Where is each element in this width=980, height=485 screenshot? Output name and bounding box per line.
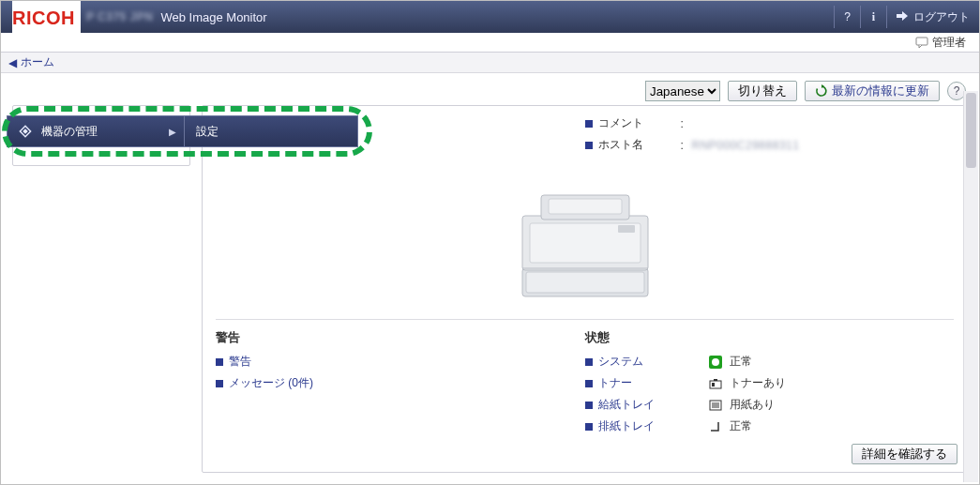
comment-label: コメント bbox=[598, 115, 681, 131]
vertical-scrollbar[interactable] bbox=[963, 91, 978, 482]
logout-label: ログアウト bbox=[913, 9, 970, 25]
language-select[interactable]: Japanese bbox=[645, 81, 720, 101]
comment-icon bbox=[915, 37, 928, 48]
toner-icon bbox=[707, 376, 724, 391]
svg-rect-12 bbox=[712, 383, 715, 386]
refresh-button[interactable]: 最新の情報に更新 bbox=[805, 81, 940, 101]
nav-sub-label: 設定 bbox=[196, 124, 219, 140]
svg-rect-6 bbox=[549, 199, 622, 214]
bullet-icon bbox=[216, 380, 223, 387]
host-label: ホスト名 bbox=[598, 137, 681, 153]
host-value: RNP000C29888311 bbox=[692, 139, 800, 152]
refresh-icon bbox=[815, 84, 828, 98]
printer-image-area bbox=[203, 159, 967, 319]
svg-rect-0 bbox=[916, 38, 927, 45]
nav-settings[interactable]: 設定 bbox=[185, 115, 358, 147]
help-icon: ? bbox=[844, 10, 851, 23]
nav-menu-overlay: 機器の管理 ▶ 設定 bbox=[7, 115, 358, 147]
ok-green-icon bbox=[707, 355, 724, 370]
logout-icon bbox=[895, 10, 908, 24]
status-link[interactable]: システム bbox=[598, 354, 643, 370]
bullet-icon bbox=[585, 142, 593, 149]
status-link[interactable]: 給紙トレイ bbox=[598, 397, 655, 413]
alerts-link[interactable]: 警告 bbox=[229, 354, 251, 370]
svg-rect-2 bbox=[526, 272, 644, 293]
bullet-icon bbox=[585, 120, 593, 128]
svg-point-10 bbox=[712, 358, 719, 366]
toolbar: Japanese 切り替え 最新の情報に更新 ? bbox=[1, 73, 979, 105]
nav-item-label: 機器の管理 bbox=[41, 124, 98, 140]
question-icon: ? bbox=[954, 84, 960, 98]
role-label: 管理者 bbox=[932, 35, 966, 51]
chevron-left-icon: ◀ bbox=[8, 56, 17, 69]
scrollbar-thumb[interactable] bbox=[966, 93, 976, 168]
app-name: Web Image Monitor bbox=[160, 10, 266, 24]
sidebar bbox=[12, 105, 190, 473]
help-button[interactable]: ? bbox=[834, 6, 860, 28]
brand-logo: RICOH bbox=[12, 1, 81, 33]
bullet-icon bbox=[585, 380, 593, 387]
svg-rect-11 bbox=[710, 381, 721, 388]
app-window: RICOH P C375 JPN Web Image Monitor ? i ロ… bbox=[0, 0, 980, 485]
body: ■■■■■■■■■■ コメント : ホスト名 : RNP000C2988831 bbox=[1, 105, 979, 484]
info-icon: i bbox=[872, 10, 875, 24]
output-icon bbox=[707, 419, 724, 434]
bullet-icon bbox=[585, 423, 593, 431]
main-panel: ■■■■■■■■■■ コメント : ホスト名 : RNP000C2988831 bbox=[202, 105, 968, 473]
status-column: 状態 システム正常トナートナーあり給紙トレイ用紙あり排紙トレイ正常 bbox=[585, 329, 955, 434]
bullet-icon bbox=[585, 358, 593, 366]
messages-link[interactable]: メッセージ (0件) bbox=[229, 375, 313, 391]
detail-button[interactable]: 詳細を確認する bbox=[852, 444, 957, 464]
status-text: 正常 bbox=[730, 418, 955, 434]
breadcrumb-home[interactable]: ホーム bbox=[21, 54, 54, 70]
switch-button[interactable]: 切り替え bbox=[728, 81, 797, 101]
status-text: トナーあり bbox=[730, 375, 955, 391]
nav-device-management[interactable]: 機器の管理 ▶ bbox=[7, 115, 185, 147]
alerts-column: 警告 警告 メッセージ (0件) bbox=[216, 329, 585, 434]
svg-rect-7 bbox=[618, 225, 635, 233]
status-text: 正常 bbox=[730, 354, 955, 370]
breadcrumb: ◀ ホーム bbox=[1, 53, 979, 73]
model-name: P C375 JPN bbox=[86, 10, 154, 23]
status-area: 警告 警告 メッセージ (0件) 状態 システム正常トナートナーあり給紙トレイ用… bbox=[203, 320, 967, 440]
logout-button[interactable]: ログアウト bbox=[886, 6, 970, 28]
alerts-heading: 警告 bbox=[216, 329, 585, 346]
bullet-icon bbox=[216, 358, 223, 366]
status-link[interactable]: トナー bbox=[598, 375, 632, 391]
diamond-icon bbox=[17, 123, 34, 140]
svg-rect-18 bbox=[23, 129, 28, 134]
status-heading: 状態 bbox=[585, 329, 955, 346]
status-link[interactable]: 排紙トレイ bbox=[598, 418, 655, 434]
bullet-icon bbox=[585, 402, 593, 409]
chevron-right-icon: ▶ bbox=[169, 127, 176, 137]
role-bar: 管理者 bbox=[1, 33, 979, 53]
status-text: 用紙あり bbox=[730, 397, 955, 413]
paper-icon bbox=[707, 398, 724, 413]
info-button[interactable]: i bbox=[860, 6, 886, 28]
header-bar: RICOH P C375 JPN Web Image Monitor ? i ロ… bbox=[1, 1, 979, 33]
printer-icon bbox=[515, 178, 656, 300]
